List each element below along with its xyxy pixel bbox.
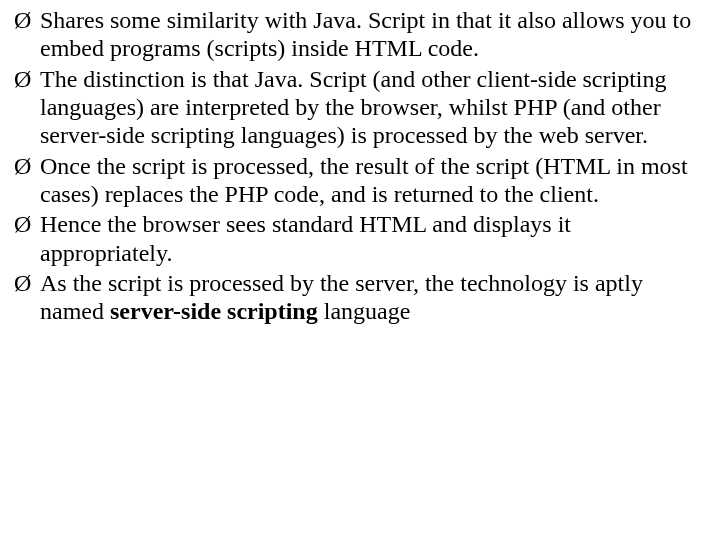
bullet-marker: Ø — [14, 65, 40, 93]
bullet-list: Ø Shares some similarity with Java. Scri… — [14, 6, 706, 325]
bullet-text: Hence the browser sees standard HTML and… — [40, 211, 571, 265]
bullet-marker: Ø — [14, 6, 40, 34]
bullet-item: Ø Shares some similarity with Java. Scri… — [14, 6, 706, 63]
bullet-text: The distinction is that Java. Script (an… — [40, 66, 667, 149]
slide: Ø Shares some similarity with Java. Scri… — [0, 0, 720, 540]
bullet-marker: Ø — [14, 269, 40, 297]
bullet-text: Once the script is processed, the result… — [40, 153, 688, 207]
bullet-text: Shares some similarity with Java. Script… — [40, 7, 691, 61]
bullet-text: As the script is processed by the server… — [40, 270, 643, 324]
bullet-item: Ø Hence the browser sees standard HTML a… — [14, 210, 706, 267]
bullet-marker: Ø — [14, 210, 40, 238]
bullet-item: Ø Once the script is processed, the resu… — [14, 152, 706, 209]
bullet-item: Ø As the script is processed by the serv… — [14, 269, 706, 326]
bullet-item: Ø The distinction is that Java. Script (… — [14, 65, 706, 150]
bullet-marker: Ø — [14, 152, 40, 180]
